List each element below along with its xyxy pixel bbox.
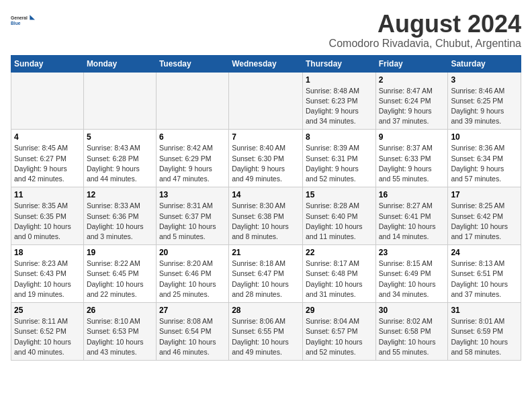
day-info: Sunrise: 8:30 AMSunset: 6:38 PMDaylight:… xyxy=(232,201,300,242)
day-number: 8 xyxy=(306,132,373,142)
day-info: Sunrise: 8:22 AMSunset: 6:45 PMDaylight:… xyxy=(87,259,153,300)
day-number: 20 xyxy=(159,248,226,257)
column-header-tuesday: Tuesday xyxy=(156,55,228,72)
column-header-wednesday: Wednesday xyxy=(229,55,303,72)
calendar-header-row: SundayMondayTuesdayWednesdayThursdayFrid… xyxy=(11,55,521,72)
day-number: 3 xyxy=(451,75,518,85)
column-header-thursday: Thursday xyxy=(302,55,375,72)
day-number: 23 xyxy=(379,248,445,257)
day-info: Sunrise: 8:23 AMSunset: 6:43 PMDaylight:… xyxy=(14,259,81,300)
calendar-cell: 24Sunrise: 8:13 AMSunset: 6:51 PMDayligh… xyxy=(448,245,521,303)
day-number: 11 xyxy=(14,190,81,199)
calendar-cell: 13Sunrise: 8:31 AMSunset: 6:37 PMDayligh… xyxy=(156,187,228,245)
calendar-table: SundayMondayTuesdayWednesdayThursdayFrid… xyxy=(11,55,521,361)
day-info: Sunrise: 8:06 AMSunset: 6:55 PMDaylight:… xyxy=(232,316,300,357)
calendar-cell: 19Sunrise: 8:22 AMSunset: 6:45 PMDayligh… xyxy=(83,245,156,303)
day-number: 14 xyxy=(232,190,300,199)
calendar-week-row: 1Sunrise: 8:48 AMSunset: 6:23 PMDaylight… xyxy=(11,72,521,130)
day-number: 19 xyxy=(87,248,153,257)
calendar-cell: 16Sunrise: 8:27 AMSunset: 6:41 PMDayligh… xyxy=(375,187,448,245)
day-info: Sunrise: 8:35 AMSunset: 6:35 PMDaylight:… xyxy=(14,201,81,242)
day-info: Sunrise: 8:31 AMSunset: 6:37 PMDaylight:… xyxy=(159,201,226,242)
day-info: Sunrise: 8:39 AMSunset: 6:31 PMDaylight:… xyxy=(306,143,373,184)
calendar-cell: 20Sunrise: 8:20 AMSunset: 6:46 PMDayligh… xyxy=(156,245,228,303)
day-info: Sunrise: 8:47 AMSunset: 6:24 PMDaylight:… xyxy=(379,86,445,127)
calendar-cell: 26Sunrise: 8:10 AMSunset: 6:53 PMDayligh… xyxy=(83,303,156,361)
logo: GeneralBlue xyxy=(11,11,35,30)
day-number: 26 xyxy=(87,306,153,315)
day-info: Sunrise: 8:43 AMSunset: 6:28 PMDaylight:… xyxy=(87,143,153,184)
calendar-cell: 21Sunrise: 8:18 AMSunset: 6:47 PMDayligh… xyxy=(229,245,303,303)
calendar-cell xyxy=(83,72,156,130)
column-header-friday: Friday xyxy=(375,55,448,72)
day-number: 10 xyxy=(451,132,518,142)
svg-text:General: General xyxy=(11,15,28,20)
day-number: 17 xyxy=(451,190,518,199)
calendar-cell xyxy=(156,72,228,130)
day-info: Sunrise: 8:40 AMSunset: 6:30 PMDaylight:… xyxy=(232,143,300,184)
calendar-cell: 30Sunrise: 8:02 AMSunset: 6:58 PMDayligh… xyxy=(375,303,448,361)
day-info: Sunrise: 8:27 AMSunset: 6:41 PMDaylight:… xyxy=(379,201,445,242)
calendar-week-row: 25Sunrise: 8:11 AMSunset: 6:52 PMDayligh… xyxy=(11,303,521,361)
calendar-cell: 29Sunrise: 8:04 AMSunset: 6:57 PMDayligh… xyxy=(302,303,375,361)
day-number: 31 xyxy=(451,306,518,315)
calendar-cell: 6Sunrise: 8:42 AMSunset: 6:29 PMDaylight… xyxy=(156,130,228,187)
day-info: Sunrise: 8:17 AMSunset: 6:48 PMDaylight:… xyxy=(306,259,373,300)
day-info: Sunrise: 8:33 AMSunset: 6:36 PMDaylight:… xyxy=(87,201,153,242)
day-info: Sunrise: 8:02 AMSunset: 6:58 PMDaylight:… xyxy=(379,316,445,357)
day-number: 21 xyxy=(232,248,300,257)
calendar-cell xyxy=(229,72,303,130)
svg-text:Blue: Blue xyxy=(11,21,21,26)
calendar-cell: 11Sunrise: 8:35 AMSunset: 6:35 PMDayligh… xyxy=(11,187,84,245)
day-info: Sunrise: 8:10 AMSunset: 6:53 PMDaylight:… xyxy=(87,316,153,357)
calendar-cell: 15Sunrise: 8:28 AMSunset: 6:40 PMDayligh… xyxy=(302,187,375,245)
day-info: Sunrise: 8:45 AMSunset: 6:27 PMDaylight:… xyxy=(14,143,81,184)
calendar-cell: 27Sunrise: 8:08 AMSunset: 6:54 PMDayligh… xyxy=(156,303,228,361)
calendar-cell: 8Sunrise: 8:39 AMSunset: 6:31 PMDaylight… xyxy=(302,130,375,187)
calendar-week-row: 4Sunrise: 8:45 AMSunset: 6:27 PMDaylight… xyxy=(11,130,521,187)
day-number: 15 xyxy=(306,190,373,199)
calendar-cell: 22Sunrise: 8:17 AMSunset: 6:48 PMDayligh… xyxy=(302,245,375,303)
day-number: 22 xyxy=(306,248,373,257)
column-header-saturday: Saturday xyxy=(448,55,521,72)
calendar-title: August 2024 xyxy=(329,11,521,38)
calendar-cell: 5Sunrise: 8:43 AMSunset: 6:28 PMDaylight… xyxy=(83,130,156,187)
calendar-cell: 25Sunrise: 8:11 AMSunset: 6:52 PMDayligh… xyxy=(11,303,84,361)
calendar-cell: 17Sunrise: 8:25 AMSunset: 6:42 PMDayligh… xyxy=(448,187,521,245)
day-number: 5 xyxy=(87,132,153,142)
column-header-monday: Monday xyxy=(83,55,156,72)
calendar-cell: 9Sunrise: 8:37 AMSunset: 6:33 PMDaylight… xyxy=(375,130,448,187)
day-info: Sunrise: 8:37 AMSunset: 6:33 PMDaylight:… xyxy=(379,143,445,184)
day-number: 24 xyxy=(451,248,518,257)
day-info: Sunrise: 8:18 AMSunset: 6:47 PMDaylight:… xyxy=(232,259,300,300)
day-info: Sunrise: 8:20 AMSunset: 6:46 PMDaylight:… xyxy=(159,259,226,300)
day-number: 18 xyxy=(14,248,81,257)
calendar-cell: 3Sunrise: 8:46 AMSunset: 6:25 PMDaylight… xyxy=(448,72,521,130)
day-info: Sunrise: 8:42 AMSunset: 6:29 PMDaylight:… xyxy=(159,143,226,184)
calendar-cell: 18Sunrise: 8:23 AMSunset: 6:43 PMDayligh… xyxy=(11,245,84,303)
calendar-cell: 31Sunrise: 8:01 AMSunset: 6:59 PMDayligh… xyxy=(448,303,521,361)
day-number: 29 xyxy=(306,306,373,315)
day-info: Sunrise: 8:08 AMSunset: 6:54 PMDaylight:… xyxy=(159,316,226,357)
calendar-cell: 10Sunrise: 8:36 AMSunset: 6:34 PMDayligh… xyxy=(448,130,521,187)
day-info: Sunrise: 8:01 AMSunset: 6:59 PMDaylight:… xyxy=(451,316,518,357)
day-info: Sunrise: 8:36 AMSunset: 6:34 PMDaylight:… xyxy=(451,143,518,184)
day-number: 1 xyxy=(306,75,373,85)
calendar-subtitle: Comodoro Rivadavia, Chubut, Argentina xyxy=(329,38,521,50)
calendar-cell: 1Sunrise: 8:48 AMSunset: 6:23 PMDaylight… xyxy=(302,72,375,130)
calendar-cell: 23Sunrise: 8:15 AMSunset: 6:49 PMDayligh… xyxy=(375,245,448,303)
calendar-cell: 12Sunrise: 8:33 AMSunset: 6:36 PMDayligh… xyxy=(83,187,156,245)
calendar-cell: 2Sunrise: 8:47 AMSunset: 6:24 PMDaylight… xyxy=(375,72,448,130)
day-number: 16 xyxy=(379,190,445,199)
column-header-sunday: Sunday xyxy=(11,55,84,72)
day-info: Sunrise: 8:04 AMSunset: 6:57 PMDaylight:… xyxy=(306,316,373,357)
day-number: 27 xyxy=(159,306,226,315)
day-number: 2 xyxy=(379,75,445,85)
day-info: Sunrise: 8:13 AMSunset: 6:51 PMDaylight:… xyxy=(451,259,518,300)
page-header: GeneralBlue August 2024 Comodoro Rivadav… xyxy=(11,11,521,50)
calendar-cell: 14Sunrise: 8:30 AMSunset: 6:38 PMDayligh… xyxy=(229,187,303,245)
calendar-cell xyxy=(11,72,84,130)
day-info: Sunrise: 8:48 AMSunset: 6:23 PMDaylight:… xyxy=(306,86,373,127)
calendar-week-row: 11Sunrise: 8:35 AMSunset: 6:35 PMDayligh… xyxy=(11,187,521,245)
day-info: Sunrise: 8:28 AMSunset: 6:40 PMDaylight:… xyxy=(306,201,373,242)
